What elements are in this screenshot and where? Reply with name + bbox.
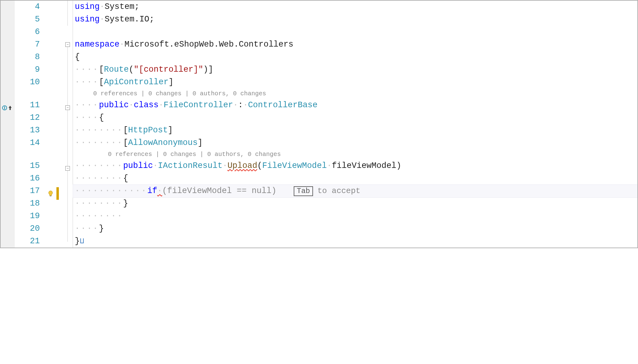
code-line: ········: [73, 210, 637, 222]
line-number: 6: [15, 26, 45, 38]
codelens[interactable]: 0 references | 0 changes | 0 authors, 0 …: [73, 89, 637, 99]
line-number: 9: [15, 63, 45, 76]
code-line: ········[HttpPost]: [73, 124, 637, 137]
glyph-margin: [1, 1, 15, 248]
svg-rect-1: [4, 106, 5, 109]
line-number: 21: [15, 235, 45, 248]
line-number: 11: [15, 99, 45, 112]
code-line: using·System.IO;: [73, 13, 637, 26]
hint-text: to accept: [317, 185, 360, 197]
code-line: ····[Route("[controller]")]: [73, 63, 637, 76]
margin-marker-icon: [2, 101, 12, 114]
folding-column: − − −: [64, 1, 73, 248]
tab-key-icon: Tab: [294, 186, 313, 196]
line-number: 17: [15, 185, 45, 197]
code-line: ········}: [73, 197, 637, 210]
code-line: ····[ApiController]: [73, 76, 637, 89]
line-number: 5: [15, 13, 45, 26]
line-number: 19: [15, 210, 45, 222]
code-line: using·System;: [73, 1, 637, 13]
code-line: ····{: [73, 112, 637, 124]
line-number: 18: [15, 197, 45, 210]
lightbulb-icon[interactable]: [47, 190, 54, 197]
line-number: 12: [15, 112, 45, 124]
line-number: 15: [15, 160, 45, 172]
code-line: namespace·Microsoft.eShopWeb.Web.Control…: [73, 38, 637, 51]
code-line-current: ············if·(fileViewModel == null) T…: [73, 185, 637, 197]
caret-icon: [80, 238, 84, 243]
code-line: ········{: [73, 172, 637, 185]
code-line: ········public·IActionResult·Upload(File…: [73, 160, 637, 172]
change-marker: [56, 187, 59, 200]
line-number: 14: [15, 137, 45, 149]
codelens[interactable]: 0 references | 0 changes | 0 authors, 0 …: [73, 149, 637, 160]
indicator-column: [45, 1, 64, 248]
line-number: 10: [15, 76, 45, 89]
line-number: 16: [15, 172, 45, 185]
line-number-gutter: 4 5 6 7 8 9 10 11 12 13 14 15 16 17 18 1…: [15, 1, 45, 248]
fold-toggle[interactable]: −: [65, 42, 70, 47]
line-number: 20: [15, 222, 45, 235]
line-number: 4: [15, 1, 45, 13]
line-number: 8: [15, 51, 45, 63]
svg-rect-2: [50, 195, 52, 196]
code-editor[interactable]: using·System; using·System.IO; namespace…: [73, 1, 637, 248]
code-line: ····public·class·FileController·:·Contro…: [73, 99, 637, 112]
inline-completion-hint: Tab to accept: [294, 185, 361, 197]
code-line: }: [73, 235, 637, 248]
fold-toggle[interactable]: −: [65, 105, 70, 110]
line-number: 13: [15, 124, 45, 137]
code-line: [73, 26, 637, 38]
line-number: 7: [15, 38, 45, 51]
fold-toggle[interactable]: −: [65, 166, 70, 171]
code-line: ····}: [73, 222, 637, 235]
code-line: ········[AllowAnonymous]: [73, 137, 637, 149]
code-line: {: [73, 51, 637, 63]
